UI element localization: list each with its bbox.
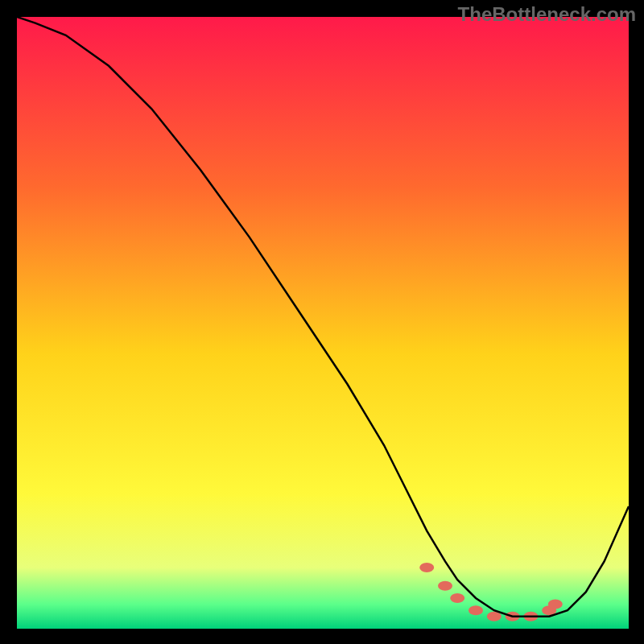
curve-layer: [17, 17, 629, 629]
marker-dot: [450, 593, 464, 603]
marker-dot: [438, 581, 452, 591]
marker-dot: [548, 600, 563, 609]
chart-frame: TheBottleneck.com: [0, 0, 644, 644]
marker-dots: [419, 563, 563, 621]
plot-area: [17, 17, 629, 629]
data-curve: [17, 17, 629, 617]
watermark-text: TheBottleneck.com: [458, 3, 636, 26]
marker-dot: [419, 563, 434, 572]
marker-dot: [469, 605, 483, 615]
